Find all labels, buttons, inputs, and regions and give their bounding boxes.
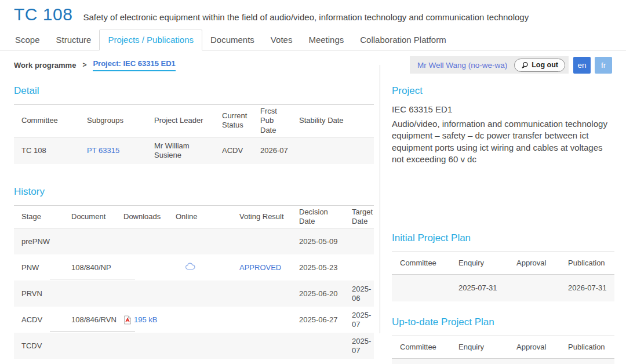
stage-label: prePNW — [14, 237, 64, 246]
target-date: 2025-07 — [344, 311, 374, 330]
decision-date: 2025-06-20 — [292, 289, 344, 299]
history-row-prvn: PRVN 2025-06-20 2025-06 — [14, 281, 374, 307]
tab-votes[interactable]: Votes — [263, 30, 301, 50]
uptodate-project-plan-table: Committee Enquiry Approval Publication 2… — [392, 336, 614, 364]
user-area: Mr Well Wang (no-we-wa) Log out en fr — [410, 56, 612, 74]
cloud-online-icon[interactable] — [185, 263, 195, 270]
detail-heading: Detail — [14, 85, 374, 97]
detail-project-leader: Mr William Susiene — [147, 141, 214, 161]
subgroup-link[interactable]: PT 63315 — [87, 146, 119, 155]
column-header-target-date: Target Date — [344, 208, 374, 227]
language-fr-button[interactable]: fr — [595, 57, 612, 74]
plan-publication-date: 2026-07-31 — [560, 283, 614, 293]
document-underline — [50, 331, 135, 332]
plan-enquiry-date: 2025-07-31 — [450, 283, 508, 293]
language-en-button[interactable]: en — [573, 57, 591, 74]
column-header-project-leader: Project Leader — [147, 116, 214, 125]
stage-label: ACDV — [14, 315, 64, 325]
column-header-approval: Approval — [508, 343, 560, 352]
column-header-voting-result: Voting Result — [232, 212, 292, 221]
tab-projects-publications[interactable]: Projects / Publications — [99, 30, 202, 50]
tab-collaboration-platform[interactable]: Collaboration Platform — [352, 30, 454, 50]
column-header-publication: Publication — [560, 259, 614, 268]
logout-button[interactable]: Log out — [514, 59, 565, 72]
uptodate-plan-header: Committee Enquiry Approval Publication — [392, 336, 614, 359]
tab-documents[interactable]: Documents — [202, 30, 263, 50]
column-header-downloads: Downloads — [116, 212, 168, 221]
committee-subtitle: Safety of electronic equipment within th… — [83, 12, 529, 22]
column-header-committee: Committee — [392, 343, 450, 352]
project-description: Audio/video, information and communicati… — [392, 118, 614, 165]
stage-label: PNW — [14, 263, 64, 272]
target-date: 2025-07 — [344, 337, 374, 356]
column-header-enquiry: Enquiry — [450, 259, 508, 268]
column-header-approval: Approval — [508, 259, 560, 268]
history-table-header: Stage Document Downloads Online Voting R… — [14, 206, 374, 229]
column-header-committee: Committee — [14, 116, 79, 125]
user-bar: Mr Well Wang (no-we-wa) Log out — [410, 56, 569, 74]
voting-result-link[interactable]: APPROVED — [239, 263, 281, 272]
column-header-current-status: Current Status — [214, 111, 253, 130]
column-header-publication: Publication — [560, 343, 614, 352]
uptodate-project-plan-heading: Up-to-date Project Plan — [392, 316, 614, 328]
column-header-stage: Stage — [14, 212, 64, 221]
breadcrumb: Work programme > Project: IEC 63315 ED1 — [14, 59, 176, 71]
initial-project-plan-table: Committee Enquiry Approval Publication 2… — [392, 252, 614, 301]
uptodate-plan-row: 2025-07-31 2026-07-31 — [392, 359, 614, 364]
breadcrumb-work-programme[interactable]: Work programme — [14, 61, 76, 70]
history-row-prepnw: prePNW 2025-05-09 — [14, 228, 374, 254]
column-header-stability-date: Stability Date — [292, 116, 374, 125]
main-content: Detail Committee Subgroups Project Leade… — [0, 76, 626, 364]
tab-meetings[interactable]: Meetings — [300, 30, 352, 50]
column-header-decision-date: Decision Date — [292, 208, 344, 227]
detail-current-status: ACDV — [214, 146, 253, 155]
column-header-online: Online — [168, 212, 232, 221]
history-row-pnw: PNW 108/840/NP APPROVED 2025-05-23 — [14, 254, 374, 281]
column-header-subgroups: Subgroups — [79, 116, 147, 125]
detail-table-header: Committee Subgroups Project Leader Curre… — [14, 105, 374, 137]
tab-structure[interactable]: Structure — [48, 30, 100, 50]
column-header-frcst-pub-date: Frcst Pub Date — [253, 107, 292, 135]
initial-plan-header: Committee Enquiry Approval Publication — [392, 252, 614, 275]
tab-scope[interactable]: Scope — [7, 30, 48, 50]
detail-frcst-pub-date: 2026-07 — [253, 146, 292, 155]
project-reference: IEC 63315 ED1 — [392, 104, 614, 114]
key-logout-icon — [521, 61, 529, 69]
column-header-committee: Committee — [392, 259, 450, 268]
detail-committee: TC 108 — [14, 146, 79, 155]
document-underline — [50, 279, 135, 279]
column-divider — [380, 65, 380, 333]
right-column: Project IEC 63315 ED1 Audio/video, infor… — [380, 76, 626, 364]
detail-table-row: TC 108 PT 63315 Mr William Susiene ACDV … — [14, 137, 374, 164]
subheader: Work programme > Project: IEC 63315 ED1 … — [14, 56, 612, 74]
history-row-tcdv: TCDV 2025-07 — [14, 333, 374, 359]
history-heading: History — [14, 186, 374, 198]
breadcrumb-current-project[interactable]: Project: IEC 63315 ED1 — [93, 59, 175, 71]
committee-title: TC 108 — [14, 5, 72, 24]
decision-date: 2025-05-23 — [292, 263, 344, 272]
project-heading: Project — [392, 85, 614, 97]
stage-label: PRVN — [14, 289, 64, 299]
column-header-document: Document — [64, 212, 116, 221]
download-size-link[interactable]: 195 kB — [134, 315, 157, 325]
decision-date: 2025-06-27 — [292, 315, 344, 325]
detail-table: Committee Subgroups Project Leader Curre… — [14, 104, 374, 164]
initial-project-plan-heading: Initial Project Plan — [392, 232, 614, 244]
document-reference: 108/840/NP — [64, 263, 116, 272]
document-reference: 108/846/RVN — [64, 315, 116, 325]
breadcrumb-separator: > — [82, 61, 86, 69]
target-date: 2025-06 — [344, 285, 374, 304]
stage-label: TCDV — [14, 341, 64, 351]
page: TC 108 Safety of electronic equipment wi… — [0, 0, 626, 364]
logout-label: Log out — [532, 61, 558, 69]
initial-plan-row: 2025-07-31 2026-07-31 — [392, 275, 614, 301]
user-name-link[interactable]: Mr Well Wang (no-we-wa) — [417, 61, 507, 70]
decision-date: 2025-05-09 — [292, 237, 344, 246]
header: TC 108 Safety of electronic equipment wi… — [0, 0, 626, 24]
left-column: Detail Committee Subgroups Project Leade… — [0, 76, 380, 364]
history-row-acdv: ACDV 108/846/RVN 195 kB 2025-06-27 2025-… — [14, 307, 374, 333]
history-table: Stage Document Downloads Online Voting R… — [14, 205, 374, 359]
tab-bar: Scope Structure Projects / Publications … — [0, 30, 626, 50]
pdf-file-icon[interactable] — [123, 315, 132, 325]
column-header-enquiry: Enquiry — [450, 343, 508, 352]
